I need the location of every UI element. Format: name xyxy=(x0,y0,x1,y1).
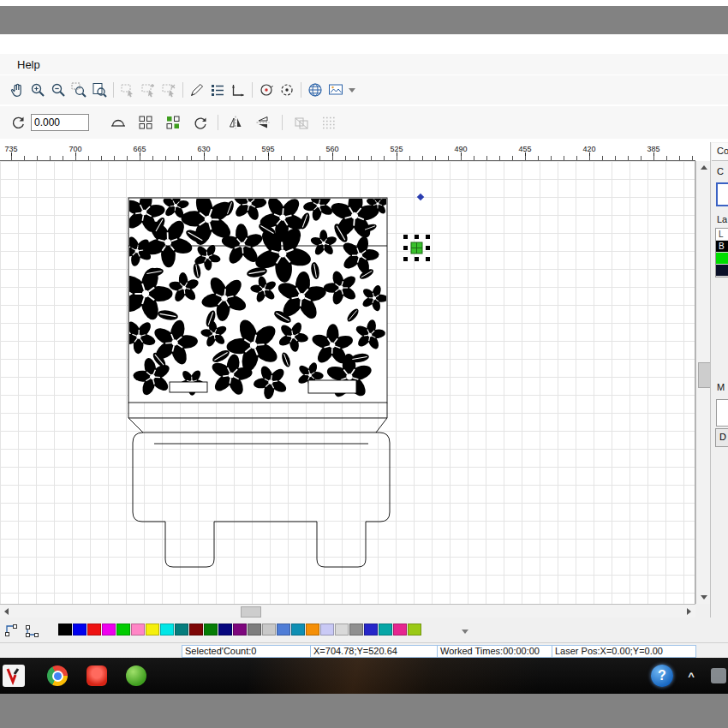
palette-swatch[interactable] xyxy=(218,624,232,636)
toolbar-separator xyxy=(113,82,114,98)
palette-swatch[interactable] xyxy=(291,624,305,636)
zoom-in-icon[interactable] xyxy=(27,80,48,100)
tray-expand-chevron[interactable]: ^ xyxy=(680,665,702,687)
layer-row[interactable]: B xyxy=(716,241,728,253)
color-section-label: C xyxy=(717,166,724,176)
taskbar-green-app-icon[interactable] xyxy=(125,665,147,687)
preview-globe-icon[interactable] xyxy=(305,80,325,100)
taskbar-wallpaper-streak xyxy=(154,658,634,694)
toolbar-overflow-caret[interactable] xyxy=(349,88,355,92)
rotate-tool-icon[interactable] xyxy=(190,112,211,133)
palette-swatch[interactable] xyxy=(393,624,407,636)
group-disabled-icon xyxy=(291,112,312,133)
current-color-swatch[interactable] xyxy=(716,182,728,206)
vertical-scroll-thumb[interactable] xyxy=(698,362,711,388)
layout-grid-icon[interactable] xyxy=(24,622,41,639)
horizontal-scroll-thumb[interactable] xyxy=(241,606,261,618)
palette-swatch[interactable] xyxy=(204,624,218,636)
ruler-label: 560 xyxy=(325,145,338,153)
virtual-array-icon[interactable] xyxy=(163,112,183,133)
palette-swatches xyxy=(58,624,422,636)
design-box-stand[interactable] xyxy=(128,403,390,567)
vertical-scrollbar[interactable] xyxy=(695,161,710,604)
palette-swatch[interactable] xyxy=(364,624,378,636)
palette-swatch[interactable] xyxy=(349,624,363,636)
weld-icon[interactable] xyxy=(108,112,128,133)
tray-misc-icon[interactable] xyxy=(707,665,728,687)
select-disabled-icon xyxy=(117,80,138,100)
layer-row[interactable] xyxy=(716,265,728,277)
palette-overflow-caret[interactable] xyxy=(462,630,468,634)
bitmap-image-icon[interactable] xyxy=(325,80,346,100)
palette-swatch[interactable] xyxy=(320,624,334,636)
design-box-lid[interactable] xyxy=(116,180,392,408)
color-palette-bar xyxy=(0,618,728,642)
toolbar-separator xyxy=(182,82,183,98)
ruler-label: 735 xyxy=(4,145,17,153)
palette-swatch[interactable] xyxy=(262,624,276,636)
palette-swatch[interactable] xyxy=(116,624,130,636)
select-remove-disabled-icon xyxy=(158,80,179,100)
tab-color[interactable]: Co xyxy=(712,143,728,161)
scroll-right-button[interactable] xyxy=(683,605,695,618)
layer-row[interactable]: L xyxy=(716,229,728,241)
zoom-page-icon[interactable] xyxy=(89,80,110,100)
taskbar-rdworks-icon[interactable] xyxy=(3,665,25,687)
pan-tool-icon[interactable] xyxy=(7,80,27,100)
panel-slider[interactable] xyxy=(716,399,728,427)
zoom-out-icon[interactable] xyxy=(48,80,69,100)
menu-help[interactable]: Help xyxy=(10,57,47,73)
ruler-label: 595 xyxy=(261,145,274,153)
palette-swatch[interactable] xyxy=(248,624,261,636)
palette-swatch[interactable] xyxy=(277,624,290,636)
layer-list[interactable]: LB xyxy=(715,228,728,277)
toolbar-separator xyxy=(301,82,301,98)
ruler-label: 490 xyxy=(454,145,467,153)
palette-swatch[interactable] xyxy=(306,624,319,636)
palette-swatch[interactable] xyxy=(233,624,247,636)
mirror-vertical-icon[interactable] xyxy=(253,112,273,133)
taskbar-help-icon[interactable]: ? xyxy=(651,665,673,687)
reference-point xyxy=(417,194,424,200)
reset-rotation-icon[interactable] xyxy=(9,112,29,133)
layer-section-label: La xyxy=(717,214,727,224)
ruler-label: 455 xyxy=(518,145,531,153)
taskbar-chrome-icon[interactable] xyxy=(46,665,69,687)
palette-swatch[interactable] xyxy=(131,624,145,636)
horizontal-scrollbar[interactable] xyxy=(0,604,695,618)
palette-swatch[interactable] xyxy=(335,624,349,636)
palette-swatch[interactable] xyxy=(408,624,421,636)
status-selected-count: Selected'Count:0 xyxy=(182,645,313,658)
simulate-path-icon[interactable] xyxy=(256,80,277,100)
scroll-up-button[interactable] xyxy=(697,161,710,174)
rotation-input[interactable] xyxy=(31,114,89,131)
palette-swatch[interactable] xyxy=(102,624,116,636)
node-edit-icon[interactable] xyxy=(3,622,21,639)
palette-swatch[interactable] xyxy=(189,624,203,636)
design-canvas[interactable] xyxy=(0,161,695,604)
array-copy-icon[interactable] xyxy=(135,112,156,133)
desktop: { "menu": { "help": "Help" }, "toolbar":… xyxy=(0,0,728,728)
palette-swatch[interactable] xyxy=(160,624,174,636)
palette-swatch[interactable] xyxy=(146,624,159,636)
windows-taskbar: ? ^ xyxy=(0,658,728,694)
scroll-left-button[interactable] xyxy=(0,605,13,618)
data-list-icon[interactable] xyxy=(207,80,228,100)
selection-handles[interactable] xyxy=(403,235,430,261)
palette-swatch[interactable] xyxy=(379,624,392,636)
mirror-horizontal-icon[interactable] xyxy=(225,112,246,133)
axis-origin-icon[interactable] xyxy=(228,80,248,100)
palette-swatch[interactable] xyxy=(58,624,72,636)
download-button[interactable]: D xyxy=(715,428,728,447)
palette-swatch[interactable] xyxy=(87,624,101,636)
toolbar-transform xyxy=(0,106,728,139)
layer-row[interactable] xyxy=(716,253,728,265)
zoom-window-icon[interactable] xyxy=(69,80,89,100)
taskbar-red-app-icon[interactable] xyxy=(86,665,108,687)
palette-swatch[interactable] xyxy=(175,624,188,636)
pick-pen-icon[interactable] xyxy=(187,80,207,100)
scroll-down-button[interactable] xyxy=(697,591,710,604)
palette-swatch[interactable] xyxy=(73,624,87,636)
toolbar-view xyxy=(0,75,728,104)
simulate-dashed-icon[interactable] xyxy=(277,80,297,100)
